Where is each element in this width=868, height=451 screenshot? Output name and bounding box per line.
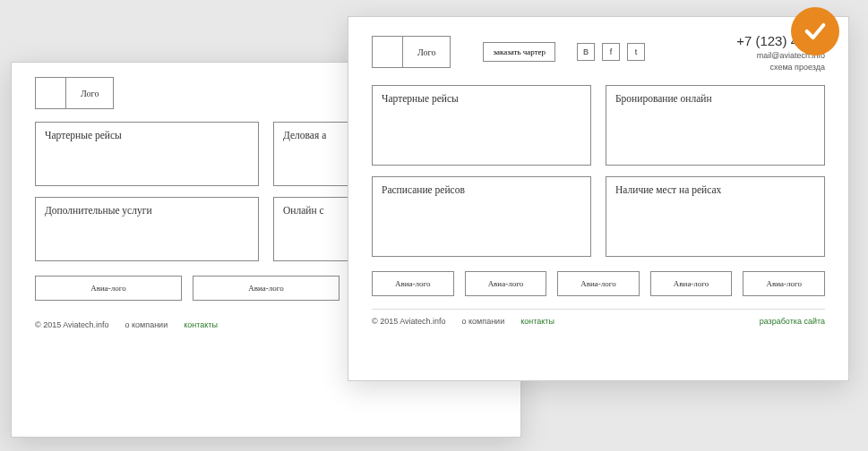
card-charter-flights[interactable]: Чартерные рейсы	[35, 122, 259, 186]
card-title: Чартерные рейсы	[45, 130, 122, 140]
approved-badge-icon	[791, 7, 839, 55]
partner-logo[interactable]: Авиа-лого	[35, 276, 182, 301]
card-title: Наличие мест на рейсах	[615, 184, 721, 195]
card-online-booking[interactable]: Бронирование онлайн	[606, 85, 825, 166]
card-grid: Чартерные рейсы Бронирование онлайн Расп…	[372, 85, 825, 257]
footer: © 2015 Aviatech.info о компании контакты…	[372, 309, 825, 326]
partner-logo-row: Авиа-лого Авиа-лого Авиа-лого Авиа-лого …	[372, 271, 825, 296]
logo[interactable]: Лого	[35, 77, 114, 109]
card-title: Онлайн с	[283, 205, 324, 216]
partner-logo[interactable]: Авиа-лого	[557, 271, 640, 296]
card-charter-flights[interactable]: Чартерные рейсы	[372, 85, 591, 166]
partner-logo[interactable]: Авиа-лого	[743, 271, 825, 296]
logo-image-placeholder	[36, 78, 66, 108]
logo[interactable]: Лого	[372, 36, 451, 68]
social-vk-icon[interactable]: В	[577, 43, 595, 61]
logo-label: Лого	[403, 47, 450, 57]
card-title: Дополнительные услуги	[45, 205, 152, 216]
card-title: Деловая а	[283, 130, 326, 140]
developer-link[interactable]: разработка сайта	[760, 317, 825, 326]
map-link[interactable]: схема проезда	[736, 62, 825, 73]
logo-label: Лого	[66, 89, 113, 98]
card-title: Бронирование онлайн	[615, 93, 712, 104]
check-icon	[803, 19, 828, 44]
wireframe-front: Лого заказать чартер В f t +7 (123) 45-6…	[348, 16, 849, 381]
social-twitter-icon[interactable]: t	[627, 43, 645, 61]
card-extra-services[interactable]: Дополнительные услуги	[35, 197, 259, 261]
copyright: © 2015 Aviatech.info	[35, 320, 109, 329]
partner-logo[interactable]: Авиа-лого	[650, 271, 733, 296]
about-link[interactable]: о компании	[125, 320, 168, 329]
contacts-link[interactable]: контакты	[184, 320, 218, 329]
about-link[interactable]: о компании	[462, 317, 505, 326]
partner-logo[interactable]: Авиа-лого	[193, 276, 339, 301]
card-schedule[interactable]: Расписание рейсов	[372, 176, 591, 257]
copyright: © 2015 Aviatech.info	[372, 317, 446, 326]
logo-image-placeholder	[373, 37, 403, 67]
contacts-link[interactable]: контакты	[520, 317, 554, 326]
social-facebook-icon[interactable]: f	[602, 43, 620, 61]
order-charter-button[interactable]: заказать чартер	[483, 42, 555, 62]
partner-logo[interactable]: Авиа-лого	[372, 271, 454, 296]
card-seat-availability[interactable]: Наличие мест на рейсах	[606, 176, 825, 257]
card-title: Расписание рейсов	[382, 184, 465, 195]
header: Лого заказать чартер В f t +7 (123) 45-6…	[372, 31, 825, 72]
partner-logo[interactable]: Авиа-лого	[465, 271, 547, 296]
card-title: Чартерные рейсы	[382, 93, 459, 104]
